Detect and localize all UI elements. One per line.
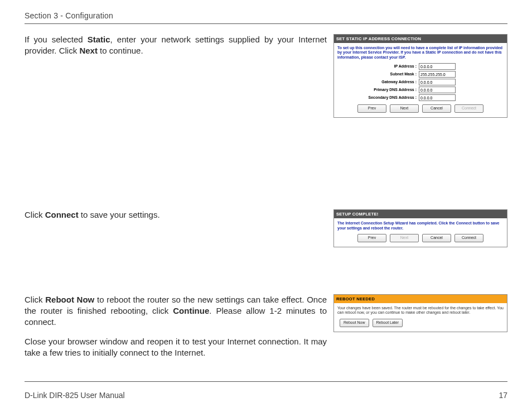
bold-connect: Connect	[45, 210, 79, 219]
t: Click	[25, 210, 45, 219]
copy-static-ip: If you selected Static, enter your netwo…	[25, 34, 327, 121]
block-connect: Click Connect to save your settings. SET…	[25, 209, 507, 251]
input-sdns[interactable]	[419, 94, 456, 101]
input-pdns[interactable]	[419, 87, 456, 93]
header-rule	[25, 23, 507, 24]
panel-desc: Your changes have been saved. The router…	[337, 306, 504, 315]
t: If you selected	[25, 35, 88, 44]
connect-button[interactable]: Connect	[454, 234, 483, 242]
panel-title: REBOOT NEEDED	[334, 295, 507, 303]
bold-reboot-now: Reboot Now	[45, 295, 94, 304]
button-row: Prev Next Cancel Connect	[337, 104, 504, 113]
t: Click	[25, 295, 45, 304]
bold-static: Static	[88, 35, 110, 44]
bold-continue: Continue	[173, 306, 209, 315]
cancel-button[interactable]: Cancel	[422, 234, 451, 242]
reboot-later-button[interactable]: Reboot Later	[373, 319, 403, 327]
panel-desc: The Internet Connection Setup Wizard has…	[337, 221, 504, 231]
label-mask: Subnet Mask :	[337, 72, 419, 76]
panel-title: SETUP COMPLETE!	[334, 210, 507, 218]
bold-next: Next	[79, 46, 98, 55]
row-gw: Gateway Address :	[337, 79, 504, 85]
row-pdns: Primary DNS Address :	[337, 87, 504, 93]
copy-close-browser: Close your browser window and reopen it …	[25, 336, 327, 359]
reboot-now-button[interactable]: Reboot Now	[340, 319, 369, 327]
button-row: Reboot Now Reboot Later	[337, 319, 504, 327]
input-ip[interactable]	[419, 63, 456, 70]
block-reboot: Click Reboot Now to reboot the router so…	[25, 294, 507, 358]
label-sdns: Secondary DNS Address :	[337, 95, 419, 100]
input-mask[interactable]	[419, 71, 456, 78]
cancel-button[interactable]: Cancel	[422, 104, 451, 113]
prev-button[interactable]: Prev	[357, 104, 386, 113]
panel-title: SET STATIC IP ADDRESS CONNECTION	[334, 35, 507, 43]
next-button[interactable]: Next	[390, 104, 419, 113]
copy-connect: Click Connect to save your settings.	[25, 209, 327, 251]
panel-desc: To set up this connection you will need …	[337, 46, 504, 60]
input-gw[interactable]	[419, 79, 456, 85]
row-ip: IP Address :	[337, 63, 504, 70]
row-sdns: Secondary DNS Address :	[337, 94, 504, 101]
panel-reboot-needed: REBOOT NEEDED Your changes have been sav…	[333, 294, 507, 332]
t: to save your settings.	[79, 210, 160, 219]
button-row: Prev Next Cancel Connect	[337, 234, 504, 242]
label-pdns: Primary DNS Address :	[337, 88, 419, 92]
panel-setup-complete: SETUP COMPLETE! The Internet Connection …	[333, 209, 507, 247]
section-header: Section 3 - Configuration	[25, 11, 507, 20]
block-static-ip: If you selected Static, enter your netwo…	[25, 34, 507, 121]
t: to continue.	[98, 46, 143, 55]
footer-rule	[25, 381, 507, 382]
next-button: Next	[390, 234, 419, 242]
label-ip: IP Address :	[337, 64, 419, 69]
panel-static-ip: SET STATIC IP ADDRESS CONNECTION To set …	[333, 34, 507, 118]
label-gw: Gateway Address :	[337, 80, 419, 84]
connect-button: Connect	[454, 104, 483, 113]
row-mask: Subnet Mask :	[337, 71, 504, 78]
footer: D-Link DIR-825 User Manual 17	[25, 391, 507, 400]
footer-left: D-Link DIR-825 User Manual	[25, 391, 125, 400]
copy-reboot: Click Reboot Now to reboot the router so…	[25, 294, 327, 358]
footer-right: 17	[499, 391, 507, 400]
prev-button[interactable]: Prev	[357, 234, 386, 242]
